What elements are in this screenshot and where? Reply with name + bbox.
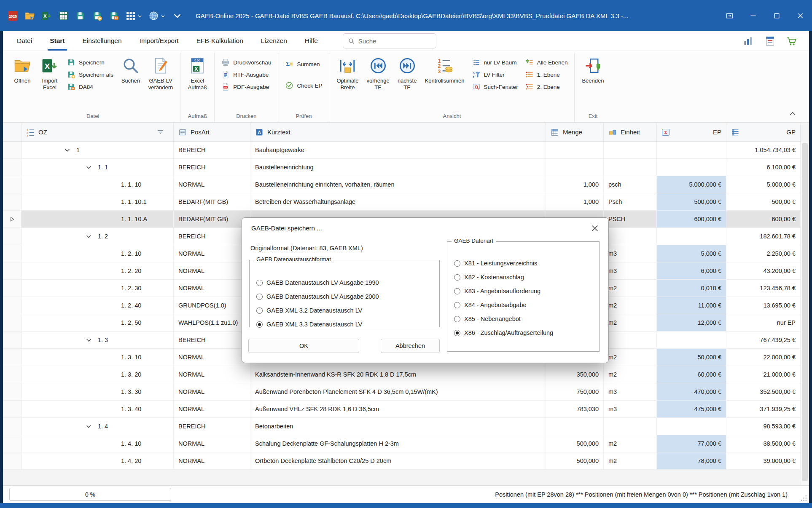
column-header-posart[interactable]: PosArt — [174, 123, 250, 141]
radio-button[interactable] — [256, 280, 263, 286]
shop-cart-icon[interactable] — [786, 35, 797, 47]
column-header-menge[interactable]: Menge — [546, 123, 604, 141]
quick-access-menu-icon[interactable] — [169, 8, 185, 24]
menu-hilfe[interactable]: Hilfe — [296, 31, 327, 51]
dialog-close-button[interactable] — [590, 223, 600, 233]
search-input[interactable] — [358, 37, 431, 45]
summen-button[interactable]: ΣSummen — [282, 59, 325, 69]
radio-option-gaeb-xml-3-2-datenaustausch-lv[interactable]: GAEB XML 3.2 Datenaustausch LV — [256, 306, 436, 315]
cancel-button[interactable]: Abbrechen — [381, 339, 440, 353]
print-preview-button[interactable]: Druckvorschau — [218, 57, 274, 67]
save-button[interactable]: Speichern — [64, 57, 116, 67]
radio-button[interactable] — [454, 302, 460, 308]
table-row[interactable]: 1. 1BEREICHBaustelleneinrichtung6.100,00… — [3, 159, 801, 176]
open-button[interactable]: Öffnen — [9, 53, 35, 84]
radio-option-x82-kostenanschlag[interactable]: X82 - Kostenanschlag — [454, 273, 596, 282]
expand-chevron-icon[interactable] — [79, 418, 98, 435]
close-button[interactable] — [788, 0, 812, 31]
excel-aufmass-button[interactable]: 0.00XExcel Aufmaß — [184, 53, 210, 91]
table-row[interactable]: 1. 4. 10NORMALSchalung Deckenplatte GF-S… — [3, 435, 801, 452]
scrollbar-thumb[interactable] — [802, 143, 808, 481]
search-button[interactable]: Suchen — [118, 53, 144, 84]
next-te-button[interactable]: nächste TE — [394, 53, 420, 91]
optimal-width-button[interactable]: Optimale Breite — [333, 53, 362, 91]
online-services-icon[interactable] — [146, 8, 168, 24]
menu-einstellungen[interactable]: Einstellungen — [74, 31, 131, 51]
level-2-button[interactable]: 2. Ebene — [522, 82, 571, 92]
radio-option-x86-zuschlag-auftragserteilung[interactable]: X86 - Zuschlag/Auftragserteilung — [454, 328, 596, 337]
all-levels-button[interactable]: Alle Ebenen — [522, 57, 571, 67]
table-row[interactable]: 1. 3. 20NORMALKalksandstein-Innenwand KS… — [3, 366, 801, 383]
maximize-button[interactable] — [765, 0, 788, 31]
da84-button[interactable]: 84DA84 — [64, 82, 116, 92]
previous-te-button[interactable]: vorherige TE — [363, 53, 393, 91]
table-row[interactable]: 1. 4. 20NORMALOrtbeton Deckenplatte Stah… — [3, 452, 801, 470]
radio-option-x84-angebotsabgabe[interactable]: X84 - Angebotsabgabe — [454, 300, 596, 310]
column-header-oz[interactable]: 123OZ — [22, 123, 174, 141]
table-row[interactable]: 1. 1. 10.1BEDARF(MIT GB)Betreiben der Wa… — [3, 193, 801, 211]
menu-lizenzen[interactable]: Lizenzen — [252, 31, 296, 51]
search-window-button[interactable]: Such-Fenster — [469, 82, 521, 92]
column-header-gp[interactable]: GP — [726, 123, 801, 141]
level-1-button[interactable]: 1. Ebene — [522, 70, 571, 80]
column-header-ep[interactable]: ΣEP — [657, 123, 726, 141]
import-excel-button[interactable]: XImport Excel — [37, 53, 63, 91]
resize-grip[interactable] — [800, 495, 807, 502]
table-row[interactable]: 1. 4BEREICHBetonarbeiten98.593,00 € — [3, 418, 801, 435]
radio-button[interactable] — [256, 321, 263, 328]
radio-button[interactable] — [454, 274, 460, 281]
menu-start[interactable]: Start — [41, 31, 73, 51]
menu-datei[interactable]: Datei — [8, 31, 41, 51]
radio-option-gaeb-datenaustausch-lv-ausgabe[interactable]: GAEB Datenaustausch LV Ausgabe 1990 — [256, 278, 436, 287]
radio-button[interactable] — [454, 288, 460, 294]
radio-button[interactable] — [256, 294, 263, 300]
save-as-button[interactable]: Speichern als — [64, 70, 116, 80]
table-row[interactable]: 1. 3. 30NORMALAußenwand Porenbeton-Plane… — [3, 383, 801, 401]
expand-chevron-icon[interactable] — [79, 332, 98, 348]
app-logo[interactable]: 2025 — [5, 8, 20, 24]
save-icon[interactable] — [73, 8, 88, 24]
lv-filter-button[interactable]: AZLV Filter — [469, 70, 521, 80]
check-ep-button[interactable]: Check EP — [282, 80, 325, 91]
radio-option-x85-nebenangebot[interactable]: X85 - Nebenangebot — [454, 314, 596, 324]
expand-chevron-icon[interactable] — [58, 142, 76, 158]
beenden-button[interactable]: Beenden — [578, 53, 607, 84]
table-row[interactable]: 1. 3. 40NORMALAußenwand VHLz SFK 28 RDK … — [3, 401, 801, 418]
radio-option-x83-angebotsaufforderung[interactable]: X83 - Angebotsaufforderung — [454, 286, 596, 296]
lv-tree-only-button[interactable]: nur LV-Baum — [469, 57, 521, 67]
table-row[interactable]: 1. 1. 10NORMALBaustelleneinrichtung einr… — [3, 176, 801, 193]
statistics-icon[interactable] — [743, 35, 754, 47]
excel-table-icon[interactable] — [56, 8, 71, 24]
excel-import-icon[interactable]: X — [39, 8, 54, 24]
radio-button[interactable] — [454, 330, 460, 336]
save-da84-icon[interactable]: 84 — [106, 8, 121, 24]
radio-button[interactable] — [256, 307, 263, 314]
rtf-output-button[interactable]: RTF-Ausgabe — [218, 70, 274, 80]
radio-option-gaeb-xml-3-3-datenaustausch-lv[interactable]: GAEB XML 3.3 Datenaustausch LV — [256, 320, 436, 329]
menu-import-export[interactable]: Import/Export — [131, 31, 188, 51]
minimize-button[interactable] — [741, 0, 765, 31]
kontrollsummen-button[interactable]: 123Kontrollsummen — [422, 53, 468, 84]
search-box[interactable] — [343, 33, 436, 48]
apps-grid-icon[interactable] — [123, 8, 145, 24]
open-file-icon[interactable] — [22, 8, 37, 24]
switch-window-button[interactable] — [718, 0, 741, 31]
collapse-ribbon-button[interactable] — [788, 109, 797, 118]
radio-option-gaeb-datenaustausch-lv-ausgabe[interactable]: GAEB Datenaustausch LV Ausgabe 2000 — [256, 292, 436, 301]
expand-chevron-icon[interactable] — [79, 159, 98, 176]
menu-efb-kalkulation[interactable]: EFB-Kalkulation — [188, 31, 252, 51]
cell-kurztext: Außenwand VHLz SFK 28 RDK 1,6 D 36,5cm — [250, 401, 546, 417]
column-header-kurz[interactable]: AKurztext — [250, 123, 546, 141]
vertical-scrollbar[interactable] — [801, 142, 809, 485]
expand-chevron-icon[interactable] — [79, 228, 98, 245]
table-row[interactable]: 1BEREICHBauhauptgewerke1.054.734,03 € — [3, 142, 801, 159]
column-header-einheit[interactable]: Einheit — [604, 123, 657, 141]
modify-gaeb-lv-button[interactable]: GAEB-LV verändern — [145, 53, 177, 91]
radio-option-x81-leistungsverzeichnis[interactable]: X81 - Leistungsverzeichnis — [454, 259, 596, 268]
license-window-icon[interactable] — [764, 35, 776, 47]
pdf-output-button[interactable]: PDFPDF-Ausgabe — [218, 82, 274, 92]
radio-button[interactable] — [454, 316, 460, 322]
ok-button[interactable]: OK — [248, 339, 359, 353]
radio-button[interactable] — [454, 260, 460, 267]
save-as-icon[interactable] — [89, 8, 105, 24]
